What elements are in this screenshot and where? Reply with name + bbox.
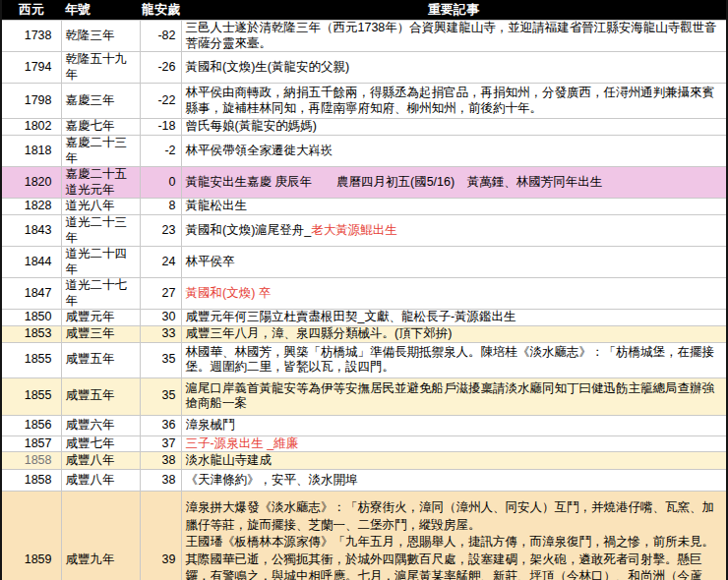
table-row: 1798 嘉慶三年 -22 林平侯由商轉政，納捐五千餘兩，得縣丞為起捐官品，再捐…	[1, 84, 727, 119]
year-cell: 1857	[1, 435, 61, 452]
year-cell: 1856	[1, 415, 61, 435]
era-cell: 咸豐三年	[61, 325, 140, 342]
era-cell: 咸豐五年	[61, 377, 140, 415]
column-header-year: 西元	[1, 0, 61, 21]
age-cell: -82	[140, 21, 181, 52]
year-cell: 1853	[1, 325, 61, 342]
era-cell: 道光八年	[61, 199, 140, 215]
record-cell: 漳泉拼大爆發《淡水廳志》：「枋寮街火，漳同（漳州人、同安人）互鬥，并燒港仔嘴、瓦…	[181, 492, 727, 580]
age-cell: 38	[140, 452, 181, 470]
record-cell: 林平侯卒	[181, 247, 727, 278]
record-cell: 三子-源泉出生 _維廉	[181, 435, 727, 452]
record-cell: 咸豐元年何三陽立杜賣盡根田契_文獻、龍松長子-黃源鑑出生	[181, 310, 727, 326]
age-cell: 36	[140, 415, 181, 435]
table-row: 1802 嘉慶七年 -18 曾氏每娘(黃龍安的媽媽)	[1, 119, 727, 136]
era-cell: 道光二十四年	[61, 247, 140, 278]
table-row-highlight-yellow: 1855 咸豐五年 35 滬尾口岸義首黃龍安等為伊等安撫居民並避免船戶滋擾稟請淡…	[1, 377, 727, 415]
age-cell: 35	[140, 342, 181, 377]
age-cell: -2	[140, 136, 181, 167]
year-cell: 1820	[1, 167, 61, 199]
record-cell: 淡水龍山寺建成	[181, 452, 727, 470]
era-cell: 咸豐五年	[61, 342, 140, 377]
record-paragraph-2: 王國璠《板橋林本源家傳》「九年五月，恩賜舉人，捷訊方傳，而漳泉復鬥，禍之慘，前所…	[186, 534, 723, 580]
era-cell: 嘉慶二十三年	[61, 136, 140, 167]
year-cell: 1858	[1, 452, 61, 470]
age-cell: 8	[140, 199, 181, 215]
era-cell: 道光二十七年	[61, 278, 140, 310]
era-cell: 咸豐六年	[61, 415, 140, 435]
age-cell: 30	[140, 310, 181, 326]
column-header-age: 龍安歲	[140, 0, 181, 21]
age-cell: 39	[140, 492, 181, 580]
table-row: 1856 咸豐六年 36 漳泉械鬥	[1, 415, 727, 435]
year-cell: 1828	[1, 199, 61, 215]
record-cell: 黃國和(文煥)生(黃龍安的父親)	[181, 52, 727, 84]
timeline-table: 西元 年號 龍安歲 重要記事 1738 乾隆三年 -82 三邑人士遂於清乾隆三年…	[0, 0, 728, 580]
era-cell: 道光二十三年	[61, 215, 140, 247]
table-row: 1858 咸豐八年 38 《天津條約》，安平、淡水開埠	[1, 470, 727, 492]
table-row-highlight-yellow: 1858 咸豐八年 38 淡水龍山寺建成	[1, 452, 727, 470]
age-cell: -22	[140, 84, 181, 119]
era-cell: 乾隆五十九年	[61, 52, 140, 84]
record-cell: 黃龍安出生嘉慶 庚辰年 農曆四月初五(國5/16) 黃萬鍾、林國芳同年出生	[181, 167, 727, 199]
year-cell: 1859	[1, 492, 61, 580]
year-cell: 1850	[1, 310, 61, 326]
year-cell: 1802	[1, 119, 61, 136]
era-cell: 咸豐七年	[61, 435, 140, 452]
age-cell: 35	[140, 377, 181, 415]
record-cell: 咸豐三年八月，漳、泉四縣分類械斗。(頂下郊拚)	[181, 325, 727, 342]
table-row: 1818 嘉慶二十三年 -2 林平侯帶領全家遷徙大嵙崁	[1, 136, 727, 167]
column-header-era: 年號	[61, 0, 140, 21]
era-cell: 咸豐八年	[61, 452, 140, 470]
era-cell: 嘉慶二十五 道光元年	[61, 167, 140, 199]
record-cell: 黃國和(文煥) 卒	[181, 278, 727, 310]
age-cell: 23	[140, 215, 181, 247]
table-row: 1847 道光二十七年 27 黃國和(文煥) 卒	[1, 278, 727, 310]
table-row: 1844 道光二十四年 24 林平侯卒	[1, 247, 727, 278]
record-cell: 林平侯由商轉政，納捐五千餘兩，得縣丞為起捐官品，再捐知州，分發廣西，任潯州通判兼…	[181, 84, 727, 119]
record-cell: 《天津條約》，安平、淡水開埠	[181, 470, 727, 492]
record-cell: 漳泉械鬥	[181, 415, 727, 435]
age-cell: 24	[140, 247, 181, 278]
year-cell: 1738	[1, 21, 61, 52]
era-cell: 乾隆三年	[61, 21, 140, 52]
record-paragraph-1: 漳泉拼大爆發《淡水廳志》：「枋寮街火，漳同（漳州人、同安人）互鬥，并燒港仔嘴、瓦…	[186, 499, 723, 534]
era-cell: 嘉慶三年	[61, 84, 140, 119]
age-cell: 27	[140, 278, 181, 310]
year-cell: 1798	[1, 84, 61, 119]
table-row: 1738 乾隆三年 -82 三邑人士遂於清乾隆三年（西元1738年）合資興建龍山…	[1, 21, 727, 52]
record-cell: 林平侯帶領全家遷徙大嵙崁	[181, 136, 727, 167]
record-cell: 滬尾口岸義首黃龍安等為伊等安撫居民並避免船戶滋擾稟請淡水廳同知丁曰健迅飭主籠總局…	[181, 377, 727, 415]
year-cell: 1855	[1, 377, 61, 415]
table-row: 1828 道光八年 8 黃龍松出生	[1, 199, 727, 215]
year-cell: 1858	[1, 470, 61, 492]
table-row: 1855 咸豐五年 35 林國華、林國芳，興築「枋橋城」準備長期抵禦泉人。陳培桂…	[1, 342, 727, 377]
year-cell: 1847	[1, 278, 61, 310]
year-cell: 1794	[1, 52, 61, 84]
era-cell: 嘉慶七年	[61, 119, 140, 136]
era-cell: 咸豐九年	[61, 492, 140, 580]
table-row: 1843 道光二十三年 23 黃國和(文煥)滬尾登舟_老大黃源鯤出生	[1, 215, 727, 247]
table-row: 1794 乾隆五十九年 -26 黃國和(文煥)生(黃龍安的父親)	[1, 52, 727, 84]
era-cell: 咸豐元年	[61, 310, 140, 326]
table-row-highlight-yellow: 1853 咸豐三年 33 咸豐三年八月，漳、泉四縣分類械斗。(頂下郊拚)	[1, 325, 727, 342]
header-row: 西元 年號 龍安歲 重要記事	[1, 0, 727, 21]
age-cell: -26	[140, 52, 181, 84]
era-line-2: 道光元年	[66, 183, 137, 199]
year-cell: 1843	[1, 215, 61, 247]
age-cell: 33	[140, 325, 181, 342]
column-header-record: 重要記事	[181, 0, 727, 21]
era-cell: 咸豐八年	[61, 470, 140, 492]
record-cell: 曾氏每娘(黃龍安的媽媽)	[181, 119, 727, 136]
record-cell: 林國華、林國芳，興築「枋橋城」準備長期抵禦泉人。陳培桂《淡水廳志》：「枋橋城堡，…	[181, 342, 727, 377]
record-text: 黃國和(文煥)滬尾登舟_	[186, 223, 312, 237]
age-cell: 0	[140, 167, 181, 199]
age-cell: 37	[140, 435, 181, 452]
table-row-highlight-tan: 1859 咸豐九年 39 漳泉拼大爆發《淡水廳志》：「枋寮街火，漳同（漳州人、同…	[1, 492, 727, 580]
table-row: 1857 咸豐七年 37 三子-源泉出生 _維廉	[1, 435, 727, 452]
record-text-red: 老大黃源鯤出生	[311, 223, 397, 237]
era-line-1: 嘉慶二十五	[66, 167, 137, 183]
table-row-highlight-pink: 1820 嘉慶二十五 道光元年 0 黃龍安出生嘉慶 庚辰年 農曆四月初五(國5/…	[1, 167, 727, 199]
age-cell: -18	[140, 119, 181, 136]
year-cell: 1844	[1, 247, 61, 278]
